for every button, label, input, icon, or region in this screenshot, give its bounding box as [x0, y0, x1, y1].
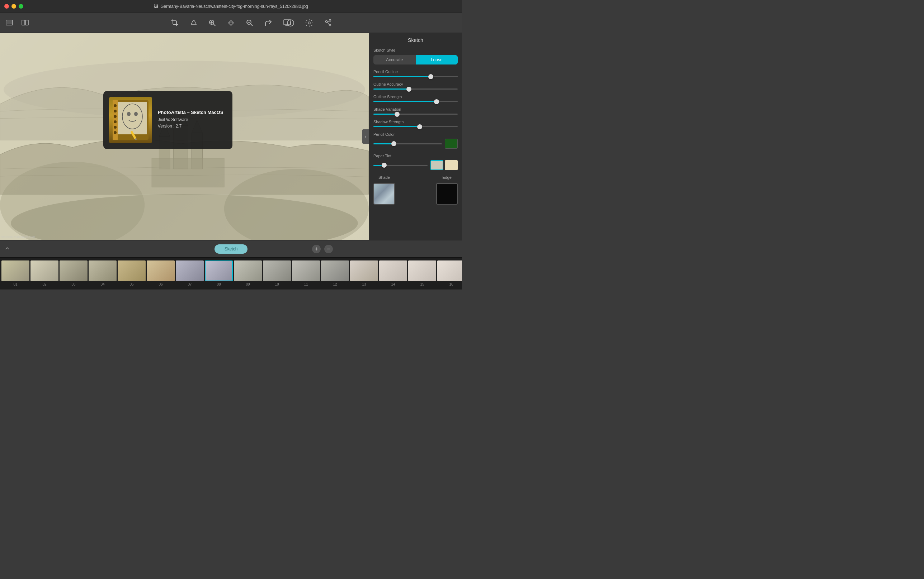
- film-number-05: 05: [118, 282, 146, 286]
- watermark: waterex.MacDown.com: [2, 235, 35, 239]
- pencil-color-label: Pencil Color: [373, 132, 458, 136]
- film-thumb-14: [379, 260, 407, 281]
- outline-accuracy-fill: [373, 88, 409, 90]
- film-thumb-04: [89, 260, 117, 281]
- shade-variation-label: Shade Variation: [373, 107, 458, 111]
- film-thumb-11: [292, 260, 320, 281]
- svg-line-9: [251, 24, 253, 26]
- svg-rect-43: [118, 102, 147, 134]
- svg-point-16: [326, 20, 328, 22]
- collapse-filmstrip-button[interactable]: [4, 245, 10, 252]
- pan-tool[interactable]: [226, 18, 236, 28]
- film-item-07[interactable]: 07: [176, 260, 204, 287]
- outline-accuracy-thumb[interactable]: [406, 87, 412, 92]
- window-controls[interactable]: [4, 4, 23, 8]
- shadow-strength-track: [373, 126, 458, 127]
- svg-point-41: [114, 126, 117, 129]
- film-number-06: 06: [147, 282, 175, 286]
- outline-strength-label: Outline Strength: [373, 95, 458, 99]
- accurate-button[interactable]: Accurate: [373, 55, 416, 64]
- paper-tint-thumb[interactable]: [382, 163, 387, 168]
- compare-tool[interactable]: [20, 18, 30, 28]
- film-item-14[interactable]: 14: [379, 260, 407, 287]
- popup-app-name: PhotoArtista – Sketch MacOS: [158, 110, 223, 115]
- toolbar-left: [4, 18, 30, 28]
- film-thumb-06: [147, 260, 175, 281]
- remove-preset-button[interactable]: −: [324, 245, 333, 254]
- pencil-color-thumb[interactable]: [391, 141, 396, 146]
- minimize-button[interactable]: [11, 4, 16, 8]
- film-item-15[interactable]: 15: [408, 260, 436, 287]
- paper-swatch-cream[interactable]: [445, 160, 458, 170]
- popup-image: [109, 97, 152, 143]
- paper-swatch-gray[interactable]: [430, 160, 443, 170]
- film-item-03[interactable]: 03: [59, 260, 87, 287]
- svg-rect-2: [22, 20, 25, 25]
- pencil-color-swatch[interactable]: [445, 139, 458, 149]
- film-item-06[interactable]: 06: [147, 260, 175, 287]
- film-item-16[interactable]: 16: [437, 260, 462, 287]
- paper-tint-row: [373, 160, 458, 170]
- toolbar-right: [286, 18, 333, 28]
- film-thumb-08: [205, 260, 233, 281]
- shade-variation-track: [373, 114, 458, 114]
- film-item-11[interactable]: 11: [292, 260, 320, 287]
- film-item-01[interactable]: 01: [2, 260, 30, 287]
- shade-thumb[interactable]: [373, 183, 395, 204]
- view-tool[interactable]: [4, 18, 14, 28]
- svg-point-18: [329, 24, 331, 26]
- paper-tint-slider-wrap: [373, 165, 428, 166]
- outline-strength-track: [373, 101, 458, 102]
- info-tool[interactable]: [286, 18, 295, 28]
- popup-art: [109, 97, 152, 143]
- film-item-04[interactable]: 04: [89, 260, 117, 287]
- film-item-05[interactable]: 05: [118, 260, 146, 287]
- film-thumb-01: [2, 260, 30, 281]
- settings-tool[interactable]: [304, 18, 314, 28]
- filmstrip: 01 02 03 04 05 06 07 08 09 10 11 12: [0, 257, 462, 290]
- svg-point-17: [329, 20, 331, 21]
- film-number-08: 08: [205, 282, 233, 286]
- share-tool[interactable]: [323, 18, 333, 28]
- loose-button[interactable]: Loose: [416, 55, 458, 64]
- maximize-button[interactable]: [19, 4, 23, 8]
- canvas-area[interactable]: PhotoArtista – Sketch MacOS JixiPix Soft…: [0, 33, 369, 240]
- zoom-out-tool[interactable]: [245, 18, 255, 28]
- film-item-02[interactable]: 02: [31, 260, 59, 287]
- film-number-10: 10: [263, 282, 291, 286]
- redo-tool[interactable]: [263, 18, 273, 28]
- heal-tool[interactable]: [189, 18, 199, 28]
- close-button[interactable]: [4, 4, 9, 8]
- film-item-08[interactable]: 08: [205, 260, 233, 287]
- collapse-panel-button[interactable]: ›: [362, 129, 369, 144]
- sketch-tab[interactable]: Sketch: [215, 244, 248, 254]
- pencil-outline-thumb[interactable]: [428, 74, 433, 79]
- popup-company: JixiPix Software: [158, 117, 223, 122]
- svg-point-37: [114, 104, 117, 107]
- popup-text: PhotoArtista – Sketch MacOS JixiPix Soft…: [158, 110, 223, 130]
- outline-strength-thumb[interactable]: [434, 99, 439, 104]
- film-thumb-13: [350, 260, 378, 281]
- film-number-04: 04: [89, 282, 117, 286]
- film-number-07: 07: [176, 282, 204, 286]
- paper-swatches: [430, 160, 458, 170]
- shadow-strength-thumb[interactable]: [417, 124, 422, 129]
- add-preset-button[interactable]: +: [312, 245, 321, 254]
- film-item-13[interactable]: 13: [350, 260, 378, 287]
- pencil-color-track: [373, 143, 442, 144]
- film-number-13: 13: [350, 282, 378, 286]
- svg-point-38: [114, 110, 117, 113]
- shade-variation-fill: [373, 114, 397, 114]
- film-item-12[interactable]: 12: [321, 260, 349, 287]
- crop-tool[interactable]: [170, 18, 180, 28]
- film-item-10[interactable]: 10: [263, 260, 291, 287]
- film-thumb-07: [176, 260, 204, 281]
- info-popup: PhotoArtista – Sketch MacOS JixiPix Soft…: [103, 91, 232, 149]
- shadow-strength-fill: [373, 126, 420, 127]
- pencil-outline-row: Pencil Outline: [373, 70, 458, 77]
- film-item-09[interactable]: 09: [234, 260, 262, 287]
- edge-thumb[interactable]: [436, 183, 458, 204]
- svg-point-39: [114, 115, 117, 118]
- shade-variation-thumb[interactable]: [395, 112, 400, 117]
- zoom-in-tool[interactable]: [207, 18, 217, 28]
